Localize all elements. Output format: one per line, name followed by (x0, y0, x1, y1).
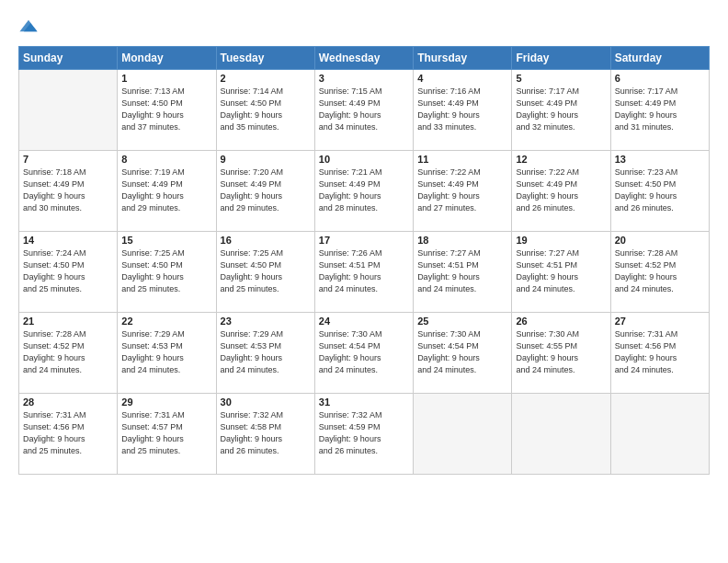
day-info: Sunrise: 7:31 AM Sunset: 4:57 PM Dayligh… (121, 409, 211, 457)
day-info: Sunrise: 7:19 AM Sunset: 4:49 PM Dayligh… (121, 167, 211, 214)
day-number: 7 (23, 154, 113, 165)
calendar-cell: 19Sunrise: 7:27 AM Sunset: 4:51 PM Dayli… (512, 232, 610, 313)
weekday-header-friday: Friday (512, 47, 610, 70)
day-number: 19 (516, 235, 606, 246)
calendar-cell: 17Sunrise: 7:26 AM Sunset: 4:51 PM Dayli… (314, 232, 413, 313)
day-info: Sunrise: 7:26 AM Sunset: 4:51 PM Dayligh… (319, 247, 409, 295)
calendar-cell: 6Sunrise: 7:17 AM Sunset: 4:49 PM Daylig… (610, 70, 709, 151)
calendar-cell: 1Sunrise: 7:13 AM Sunset: 4:50 PM Daylig… (118, 70, 216, 151)
day-info: Sunrise: 7:30 AM Sunset: 4:55 PM Dayligh… (516, 328, 606, 376)
calendar-header: SundayMondayTuesdayWednesdayThursdayFrid… (19, 47, 710, 70)
day-number: 2 (221, 73, 311, 84)
day-info: Sunrise: 7:32 AM Sunset: 4:59 PM Dayligh… (319, 409, 409, 457)
day-info: Sunrise: 7:13 AM Sunset: 4:50 PM Dayligh… (121, 86, 211, 133)
day-info: Sunrise: 7:25 AM Sunset: 4:50 PM Dayligh… (121, 247, 211, 295)
day-info: Sunrise: 7:23 AM Sunset: 4:50 PM Dayligh… (615, 167, 705, 214)
calendar-cell: 18Sunrise: 7:27 AM Sunset: 4:51 PM Dayli… (414, 232, 512, 313)
calendar-body: 1Sunrise: 7:13 AM Sunset: 4:50 PM Daylig… (19, 70, 710, 475)
calendar-cell: 7Sunrise: 7:18 AM Sunset: 4:49 PM Daylig… (19, 151, 118, 232)
day-number: 20 (615, 235, 705, 246)
calendar-cell: 28Sunrise: 7:31 AM Sunset: 4:56 PM Dayli… (19, 394, 118, 475)
calendar-cell: 20Sunrise: 7:28 AM Sunset: 4:52 PM Dayli… (610, 232, 709, 313)
calendar-cell: 22Sunrise: 7:29 AM Sunset: 4:53 PM Dayli… (118, 313, 216, 394)
calendar-cell: 10Sunrise: 7:21 AM Sunset: 4:49 PM Dayli… (314, 151, 413, 232)
calendar-cell: 25Sunrise: 7:30 AM Sunset: 4:54 PM Dayli… (414, 313, 512, 394)
logo (18, 17, 42, 37)
day-number: 1 (121, 73, 211, 84)
calendar-cell: 9Sunrise: 7:20 AM Sunset: 4:49 PM Daylig… (216, 151, 314, 232)
day-number: 6 (615, 73, 705, 84)
day-info: Sunrise: 7:21 AM Sunset: 4:49 PM Dayligh… (319, 167, 409, 214)
calendar-cell: 27Sunrise: 7:31 AM Sunset: 4:56 PM Dayli… (610, 313, 709, 394)
calendar-cell: 8Sunrise: 7:19 AM Sunset: 4:49 PM Daylig… (118, 151, 216, 232)
weekday-header-wednesday: Wednesday (314, 47, 413, 70)
calendar-week-3: 14Sunrise: 7:24 AM Sunset: 4:50 PM Dayli… (19, 232, 710, 313)
day-info: Sunrise: 7:32 AM Sunset: 4:58 PM Dayligh… (221, 409, 311, 457)
day-number: 9 (221, 154, 311, 165)
calendar-cell (512, 394, 610, 475)
calendar-week-1: 1Sunrise: 7:13 AM Sunset: 4:50 PM Daylig… (19, 70, 710, 151)
calendar-cell: 13Sunrise: 7:23 AM Sunset: 4:50 PM Dayli… (610, 151, 709, 232)
day-number: 18 (417, 235, 507, 246)
day-number: 22 (121, 316, 211, 327)
calendar-week-5: 28Sunrise: 7:31 AM Sunset: 4:56 PM Dayli… (19, 394, 710, 475)
day-info: Sunrise: 7:17 AM Sunset: 4:49 PM Dayligh… (516, 86, 606, 133)
day-number: 31 (319, 396, 409, 408)
day-number: 8 (121, 154, 211, 165)
day-number: 3 (319, 73, 409, 84)
day-number: 11 (417, 154, 507, 165)
calendar-cell: 15Sunrise: 7:25 AM Sunset: 4:50 PM Dayli… (118, 232, 216, 313)
weekday-header-sunday: Sunday (19, 47, 118, 70)
calendar-cell: 16Sunrise: 7:25 AM Sunset: 4:50 PM Dayli… (216, 232, 314, 313)
day-number: 10 (319, 154, 409, 165)
calendar-cell: 2Sunrise: 7:14 AM Sunset: 4:50 PM Daylig… (216, 70, 314, 151)
day-number: 27 (615, 316, 705, 327)
calendar-week-2: 7Sunrise: 7:18 AM Sunset: 4:49 PM Daylig… (19, 151, 710, 232)
calendar-cell: 4Sunrise: 7:16 AM Sunset: 4:49 PM Daylig… (414, 70, 512, 151)
day-info: Sunrise: 7:15 AM Sunset: 4:49 PM Dayligh… (319, 86, 409, 133)
day-number: 24 (319, 316, 409, 327)
day-number: 5 (516, 73, 606, 84)
day-number: 13 (615, 154, 705, 165)
calendar-cell (19, 70, 118, 151)
calendar-cell: 3Sunrise: 7:15 AM Sunset: 4:49 PM Daylig… (314, 70, 413, 151)
day-number: 14 (23, 235, 113, 246)
day-number: 17 (319, 235, 409, 246)
logo-icon (18, 17, 39, 37)
day-number: 16 (221, 235, 311, 246)
day-number: 21 (23, 316, 113, 327)
day-number: 15 (121, 235, 211, 246)
weekday-header-monday: Monday (118, 47, 216, 70)
calendar-table: SundayMondayTuesdayWednesdayThursdayFrid… (18, 46, 710, 475)
page: SundayMondayTuesdayWednesdayThursdayFrid… (0, 0, 728, 563)
day-info: Sunrise: 7:18 AM Sunset: 4:49 PM Dayligh… (23, 167, 113, 214)
day-number: 28 (23, 396, 113, 408)
calendar-cell: 14Sunrise: 7:24 AM Sunset: 4:50 PM Dayli… (19, 232, 118, 313)
day-number: 23 (221, 316, 311, 327)
day-number: 4 (417, 73, 507, 84)
day-info: Sunrise: 7:30 AM Sunset: 4:54 PM Dayligh… (319, 328, 409, 376)
day-info: Sunrise: 7:27 AM Sunset: 4:51 PM Dayligh… (516, 247, 606, 295)
day-info: Sunrise: 7:24 AM Sunset: 4:50 PM Dayligh… (23, 247, 113, 295)
day-info: Sunrise: 7:28 AM Sunset: 4:52 PM Dayligh… (23, 328, 113, 376)
day-number: 26 (516, 316, 606, 327)
day-info: Sunrise: 7:22 AM Sunset: 4:49 PM Dayligh… (516, 167, 606, 214)
day-info: Sunrise: 7:31 AM Sunset: 4:56 PM Dayligh… (23, 409, 113, 457)
day-info: Sunrise: 7:27 AM Sunset: 4:51 PM Dayligh… (417, 247, 507, 295)
day-number: 25 (417, 316, 507, 327)
day-info: Sunrise: 7:22 AM Sunset: 4:49 PM Dayligh… (417, 167, 507, 214)
calendar-cell (610, 394, 709, 475)
day-info: Sunrise: 7:31 AM Sunset: 4:56 PM Dayligh… (615, 328, 705, 376)
weekday-header-thursday: Thursday (414, 47, 512, 70)
day-info: Sunrise: 7:28 AM Sunset: 4:52 PM Dayligh… (615, 247, 705, 295)
day-info: Sunrise: 7:29 AM Sunset: 4:53 PM Dayligh… (221, 328, 311, 376)
day-number: 30 (221, 396, 311, 408)
weekday-header-row: SundayMondayTuesdayWednesdayThursdayFrid… (19, 47, 710, 70)
calendar-cell: 11Sunrise: 7:22 AM Sunset: 4:49 PM Dayli… (414, 151, 512, 232)
day-info: Sunrise: 7:29 AM Sunset: 4:53 PM Dayligh… (121, 328, 211, 376)
calendar-cell: 21Sunrise: 7:28 AM Sunset: 4:52 PM Dayli… (19, 313, 118, 394)
day-number: 29 (121, 396, 211, 408)
calendar-cell: 30Sunrise: 7:32 AM Sunset: 4:58 PM Dayli… (216, 394, 314, 475)
day-info: Sunrise: 7:17 AM Sunset: 4:49 PM Dayligh… (615, 86, 705, 133)
day-info: Sunrise: 7:14 AM Sunset: 4:50 PM Dayligh… (221, 86, 311, 133)
